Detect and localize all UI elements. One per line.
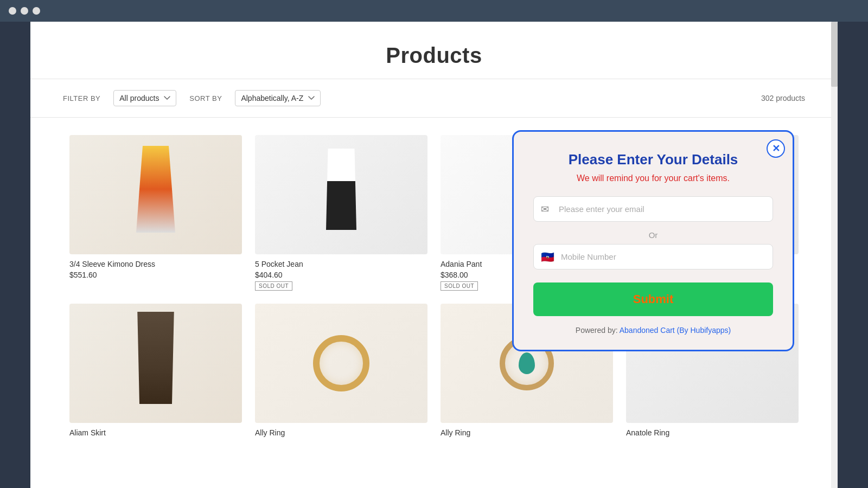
submit-button[interactable]: Submit: [533, 282, 773, 316]
phone-input[interactable]: [533, 244, 773, 269]
product-name-1: 3/4 Sleeve Kimono Dress: [69, 260, 242, 268]
modal-close-button[interactable]: ✕: [767, 139, 785, 158]
product-name-7: Ally Ring: [441, 428, 613, 437]
or-divider: Or: [533, 230, 773, 240]
product-card-6[interactable]: Ally Ring: [248, 297, 434, 444]
browser-dot-3: [33, 7, 40, 15]
browser-dot-1: [9, 7, 16, 15]
scrollbar[interactable]: [831, 22, 838, 488]
sold-out-badge-3: SOLD OUT: [441, 281, 478, 291]
filter-section: FILTER BY All products SORT BY Alphabeti…: [63, 90, 321, 106]
product-image-6: [255, 304, 427, 423]
sort-by-label: SORT BY: [189, 94, 222, 102]
product-card-1[interactable]: 3/4 Sleeve Kimono Dress $551.60: [63, 129, 248, 297]
browser-content: Products FILTER BY All products SORT BY …: [30, 22, 838, 488]
phone-input-group: 🇭🇹: [533, 244, 773, 269]
powered-by-text: Powered by:: [576, 326, 618, 335]
product-name-5: Aliam Skirt: [69, 428, 242, 437]
browser-dot-2: [21, 7, 28, 15]
page-header: Products: [30, 22, 838, 79]
page-title: Products: [30, 43, 838, 68]
powered-by: Powered by: Abandoned Cart (By Hubifyapp…: [533, 326, 773, 335]
flag-icon: 🇭🇹: [541, 251, 554, 264]
email-icon: ✉: [541, 203, 549, 215]
product-image-1: [69, 135, 242, 254]
filter-by-select[interactable]: All products: [113, 90, 176, 106]
email-input-group: ✉: [533, 196, 773, 222]
product-count: 302 products: [761, 94, 805, 102]
modal-title: Please Enter Your Details: [533, 151, 773, 168]
filter-bar: FILTER BY All products SORT BY Alphabeti…: [30, 79, 838, 118]
email-capture-modal: ✕ Please Enter Your Details We will remi…: [512, 130, 794, 351]
product-image-2: [255, 135, 427, 254]
scrollbar-thumb[interactable]: [831, 22, 838, 87]
filter-by-label: FILTER BY: [63, 94, 100, 102]
product-price-2: $404.60: [255, 271, 427, 279]
product-name-6: Ally Ring: [255, 428, 427, 437]
sort-by-select[interactable]: Alphabetically, A-Z: [235, 90, 321, 106]
product-card-5[interactable]: Aliam Skirt: [63, 297, 248, 444]
product-name-8: Anatole Ring: [626, 428, 799, 437]
product-price-1: $551.60: [69, 271, 242, 279]
sold-out-badge-2: SOLD OUT: [255, 281, 292, 291]
product-name-2: 5 Pocket Jean: [255, 260, 427, 268]
product-image-5: [69, 304, 242, 423]
product-card-2[interactable]: 5 Pocket Jean $404.60 SOLD OUT: [248, 129, 434, 297]
browser-chrome: [0, 0, 868, 22]
email-input[interactable]: [533, 196, 773, 222]
powered-by-link[interactable]: Abandoned Cart (By Hubifyapps): [620, 326, 731, 335]
modal-subtitle: We will remind you for your cart's items…: [533, 174, 773, 183]
